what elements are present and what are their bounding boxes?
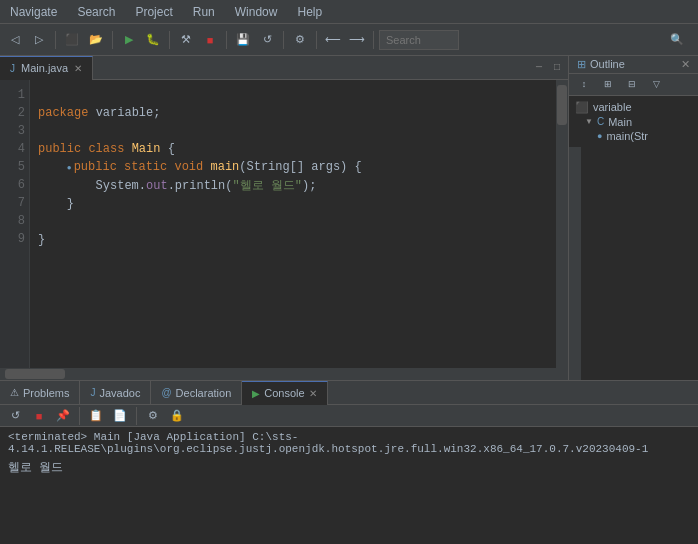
console-content: <terminated> Main [Java Application] C:\… bbox=[0, 427, 698, 520]
maximize-icon[interactable]: □ bbox=[550, 61, 564, 75]
search-icon-button[interactable]: 🔍 bbox=[666, 29, 688, 51]
editor-tab-close[interactable]: ✕ bbox=[74, 63, 82, 74]
menu-window[interactable]: Window bbox=[225, 2, 288, 22]
outline-variable-label: variable bbox=[593, 101, 632, 113]
chevron-down-icon: ▼ bbox=[585, 117, 593, 126]
problems-icon: ⚠ bbox=[10, 387, 19, 398]
console-pin-button[interactable]: 📌 bbox=[52, 405, 74, 427]
refresh-button[interactable]: ↺ bbox=[256, 29, 278, 51]
menu-run[interactable]: Run bbox=[183, 2, 225, 22]
editor-scroll-thumb-y[interactable] bbox=[557, 85, 567, 125]
tab-declaration[interactable]: @ Declaration bbox=[151, 381, 242, 405]
console-terminated-text: <terminated> Main [Java Application] C:\… bbox=[8, 431, 690, 455]
tab-declaration-label: Declaration bbox=[176, 387, 232, 399]
editor-window-controls: ─ □ bbox=[532, 61, 568, 75]
outline-panel: ⊞ Outline ✕ ↕ ⊞ ⊟ ▽ ⬛ variable ▼ C Main … bbox=[568, 56, 698, 380]
code-content[interactable]: package variable; public class Main { ●p… bbox=[30, 80, 556, 368]
editor-area: J Main.java ✕ ─ □ 1 2 3 4 5 6 7 8 9 pa bbox=[0, 56, 568, 380]
tab-javadoc[interactable]: J Javadoc bbox=[80, 381, 151, 405]
console-settings-button[interactable]: ⚙ bbox=[142, 405, 164, 427]
menu-search[interactable]: Search bbox=[67, 2, 125, 22]
nav-back-button[interactable]: ◁ bbox=[4, 29, 26, 51]
declaration-icon: @ bbox=[161, 387, 171, 398]
build-button[interactable]: ⚒ bbox=[175, 29, 197, 51]
code-editor: 1 2 3 4 5 6 7 8 9 package variable; publ… bbox=[0, 80, 568, 368]
outline-toolbar: ↕ ⊞ ⊟ ▽ bbox=[569, 74, 698, 96]
editor-scrollbar-x[interactable] bbox=[0, 368, 568, 380]
console-sep-2 bbox=[136, 407, 137, 425]
bottom-panel: ⚠ Problems J Javadoc @ Declaration ▶ Con… bbox=[0, 380, 698, 520]
search-input[interactable] bbox=[379, 30, 459, 50]
tab-problems[interactable]: ⚠ Problems bbox=[0, 381, 80, 405]
toolbar-separator-5 bbox=[283, 31, 284, 49]
new-button[interactable]: ⬛ bbox=[61, 29, 83, 51]
package-icon: ⬛ bbox=[575, 101, 589, 114]
outline-method-label: main(Str bbox=[606, 130, 648, 142]
toolbar: ◁ ▷ ⬛ 📂 ▶ 🐛 ⚒ ■ 💾 ↺ ⚙ ⟵ ⟶ 🔍 bbox=[0, 24, 698, 56]
outline-sort-button[interactable]: ↕ bbox=[573, 73, 595, 95]
outline-main-label: Main bbox=[608, 116, 632, 128]
menu-navigate[interactable]: Navigate bbox=[0, 2, 67, 22]
outline-item-main-class[interactable]: ▼ C Main bbox=[573, 115, 694, 129]
console-paste-button[interactable]: 📄 bbox=[109, 405, 131, 427]
tab-problems-label: Problems bbox=[23, 387, 69, 399]
save-button[interactable]: 💾 bbox=[232, 29, 254, 51]
editor-scroll-thumb-x[interactable] bbox=[5, 369, 65, 379]
javadoc-icon: J bbox=[90, 387, 95, 398]
minimize-icon[interactable]: ─ bbox=[532, 61, 546, 75]
main-area: J Main.java ✕ ─ □ 1 2 3 4 5 6 7 8 9 pa bbox=[0, 56, 698, 380]
tab-javadoc-label: Javadoc bbox=[99, 387, 140, 399]
run-button[interactable]: ▶ bbox=[118, 29, 140, 51]
outline-title: Outline bbox=[590, 58, 625, 70]
console-scroll-lock-button[interactable]: 🔒 bbox=[166, 405, 188, 427]
menu-project[interactable]: Project bbox=[125, 2, 182, 22]
toolbar-separator-7 bbox=[373, 31, 374, 49]
outline-item-variable[interactable]: ⬛ variable bbox=[573, 100, 694, 115]
toolbar-separator-2 bbox=[112, 31, 113, 49]
console-copy-button[interactable]: 📋 bbox=[85, 405, 107, 427]
editor-tab-label: Main.java bbox=[21, 62, 68, 74]
bottom-tab-bar: ⚠ Problems J Javadoc @ Declaration ▶ Con… bbox=[0, 381, 698, 405]
outline-item-main-method[interactable]: ● main(Str bbox=[573, 129, 694, 143]
nav-forward-button[interactable]: ▷ bbox=[28, 29, 50, 51]
method-icon: ● bbox=[597, 131, 602, 141]
toolbar-separator-1 bbox=[55, 31, 56, 49]
outline-icon: ⊞ bbox=[577, 58, 586, 71]
toolbar-separator-4 bbox=[226, 31, 227, 49]
console-stop-button[interactable]: ■ bbox=[28, 405, 50, 427]
outline-filter-button[interactable]: ▽ bbox=[645, 73, 667, 95]
line-numbers: 1 2 3 4 5 6 7 8 9 bbox=[0, 80, 30, 368]
settings-button[interactable]: ⚙ bbox=[289, 29, 311, 51]
menu-bar: Navigate Search Project Run Window Help bbox=[0, 0, 698, 24]
tab-console[interactable]: ▶ Console ✕ bbox=[242, 381, 327, 405]
next-button[interactable]: ⟶ bbox=[346, 29, 368, 51]
class-icon: C bbox=[597, 116, 604, 127]
menu-help[interactable]: Help bbox=[287, 2, 332, 22]
outline-expand-button[interactable]: ⊞ bbox=[597, 73, 619, 95]
open-button[interactable]: 📂 bbox=[85, 29, 107, 51]
console-icon: ▶ bbox=[252, 388, 260, 399]
editor-tab-bar: J Main.java ✕ ─ □ bbox=[0, 56, 568, 80]
debug-button[interactable]: 🐛 bbox=[142, 29, 164, 51]
outline-header: ⊞ Outline ✕ bbox=[569, 56, 698, 74]
outline-scrollbar-y[interactable] bbox=[569, 147, 581, 380]
console-sep-1 bbox=[79, 407, 80, 425]
java-file-icon: J bbox=[10, 63, 15, 74]
editor-tab-mainjava[interactable]: J Main.java ✕ bbox=[0, 56, 93, 80]
toolbar-separator-6 bbox=[316, 31, 317, 49]
toolbar-separator-3 bbox=[169, 31, 170, 49]
prev-button[interactable]: ⟵ bbox=[322, 29, 344, 51]
console-clear-button[interactable]: ↺ bbox=[4, 405, 26, 427]
console-output: 헬로 월드 bbox=[8, 459, 690, 476]
tab-console-label: Console bbox=[264, 387, 304, 399]
console-tab-close[interactable]: ✕ bbox=[309, 388, 317, 399]
outline-content: ⬛ variable ▼ C Main ● main(Str bbox=[569, 96, 698, 147]
console-toolbar: ↺ ■ 📌 📋 📄 ⚙ 🔒 bbox=[0, 405, 698, 427]
outline-close-icon[interactable]: ✕ bbox=[681, 58, 690, 71]
outline-collapse-button[interactable]: ⊟ bbox=[621, 73, 643, 95]
editor-scrollbar-y[interactable] bbox=[556, 80, 568, 368]
stop-button[interactable]: ■ bbox=[199, 29, 221, 51]
